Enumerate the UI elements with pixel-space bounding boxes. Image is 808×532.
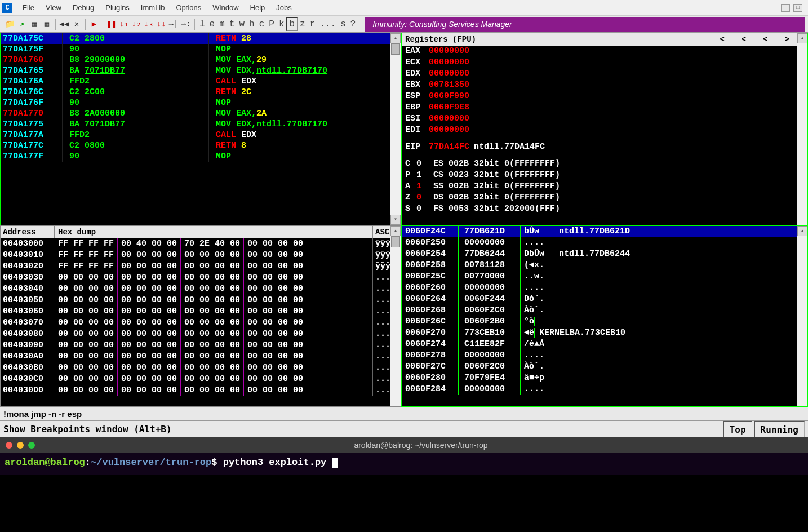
hex-row[interactable]: 0040306000 00 00 0000 00 00 0000 00 00 0… xyxy=(1,306,401,317)
stack-row[interactable]: 0060F28400000000.... xyxy=(402,384,797,395)
hex-row[interactable]: 0040305000 00 00 0000 00 00 0000 00 00 0… xyxy=(1,295,401,306)
disasm-row[interactable]: 77DA175F90NOP xyxy=(1,44,401,55)
menu-window[interactable]: Window xyxy=(207,1,244,14)
disasm-row[interactable]: 77DA176AFFD2CALL EDX xyxy=(1,76,401,87)
menu-view[interactable]: View xyxy=(40,1,67,14)
reg-nav-right[interactable]: > xyxy=(785,35,789,44)
toolbar-letter-m[interactable]: m xyxy=(217,18,227,30)
scroll-up-icon[interactable]: ▴ xyxy=(390,33,401,43)
register-row[interactable]: EBX00781350 xyxy=(402,79,797,91)
menu-plugins[interactable]: Plugins xyxy=(100,1,135,14)
hex-row[interactable]: 00403010FF FF FF FF00 00 00 0000 00 00 0… xyxy=(1,250,401,261)
register-row[interactable]: EBP0060F9E8 xyxy=(402,102,797,113)
disasm-row[interactable]: 77DA1765BA 7071DB77MOV EDX,ntdll.77DB717… xyxy=(1,65,401,76)
flag-row[interactable]: S0FS 0053 32bit 202000(FFF) xyxy=(402,203,797,215)
menu-immlib[interactable]: ImmLib xyxy=(135,1,171,14)
hex-row[interactable]: 004030B000 00 00 0000 00 00 0000 00 00 0… xyxy=(1,362,401,374)
reg-nav-left-1[interactable]: < xyxy=(720,35,724,44)
registers-scrollbar[interactable]: ▴ xyxy=(797,33,807,225)
disasm-row[interactable]: 77DA1775BA 7071DB77MOV EDX,ntdll.77DB717… xyxy=(1,119,401,130)
hex-row[interactable]: 0040307000 00 00 0000 00 00 0000 00 00 0… xyxy=(1,317,401,329)
hex-row[interactable]: 00403000FF FF FF FF00 40 00 0070 2E 40 0… xyxy=(1,238,401,250)
toolbar-letter-w[interactable]: w xyxy=(237,18,247,30)
registers-pane[interactable]: Registers (FPU) < < < > EAX00000000ECX00… xyxy=(401,33,808,225)
stack-pane[interactable]: 0060F24C77DB621DbÛwntdll.77DB621D0060F25… xyxy=(401,225,808,407)
flag-row[interactable]: C0ES 002B 32bit 0(FFFFFFFF) xyxy=(402,158,797,170)
toolbar-letter-h[interactable]: h xyxy=(247,18,257,30)
hexdump-pane[interactable]: Address Hex dump ASC 00403000FF FF FF FF… xyxy=(0,225,401,407)
register-row[interactable]: EAX00000000 xyxy=(402,46,797,57)
terminal-close-icon[interactable] xyxy=(6,442,12,449)
hex-row[interactable]: 004030C000 00 00 0000 00 00 0000 00 00 0… xyxy=(1,374,401,385)
stack-row[interactable]: 0060F25800781128(◄x. xyxy=(402,260,797,271)
step-over-icon[interactable]: ↓₂ xyxy=(131,19,142,30)
terminal-minimize-icon[interactable] xyxy=(17,442,24,449)
stack-row[interactable]: 0060F26C0060F2B0°ò xyxy=(402,316,797,327)
minimize-button[interactable]: − xyxy=(781,4,790,12)
run-icon[interactable]: ↗ xyxy=(16,19,28,30)
toolbar-letter-t[interactable]: t xyxy=(227,18,237,30)
register-eip[interactable]: EIP77DA14FCntdll.77DA14FC xyxy=(402,141,797,153)
hex-scrollbar[interactable]: ▴ xyxy=(390,226,401,406)
menu-debug[interactable]: Debug xyxy=(67,1,100,14)
toolbar-letter-...[interactable]: ... xyxy=(317,18,338,30)
scroll-down-icon[interactable]: ▾ xyxy=(390,215,401,225)
return-icon[interactable]: →: xyxy=(180,19,192,30)
stack-row[interactable]: 0060F2640060F244Dò`. xyxy=(402,294,797,305)
hex-row[interactable]: 0040308000 00 00 0000 00 00 0000 00 00 0… xyxy=(1,329,401,340)
stack-row[interactable]: 0060F25000000000.... xyxy=(402,237,797,249)
close-icon[interactable]: ✕ xyxy=(71,19,82,30)
register-row[interactable]: ESI00000000 xyxy=(402,113,797,125)
register-row[interactable]: ECX00000000 xyxy=(402,57,797,68)
stack-row[interactable]: 0060F26000000000.... xyxy=(402,282,797,294)
stack-row[interactable]: 0060F2680060F2C0Àò`. xyxy=(402,305,797,316)
toolbar-letter-c[interactable]: c xyxy=(257,18,267,30)
command-input[interactable]: !mona jmp -n -r esp xyxy=(0,407,808,420)
rewind-icon[interactable]: ◀◀ xyxy=(59,19,70,30)
hex-row[interactable]: 0040309000 00 00 0000 00 00 0000 00 00 0… xyxy=(1,340,401,351)
stack-row[interactable]: 0060F25477DB6244DbÛwntdll.77DB6244 xyxy=(402,249,797,260)
pause-icon[interactable]: ❚❚ xyxy=(106,19,117,30)
menu-file[interactable]: File xyxy=(17,1,40,14)
register-row[interactable]: ESP0060F990 xyxy=(402,91,797,102)
stack-row[interactable]: 0060F27C0060F2C0Àò`. xyxy=(402,361,797,373)
disasm-row[interactable]: 77DA176CC2 2C00RETN 2C xyxy=(1,87,401,97)
scroll-thumb[interactable] xyxy=(391,43,400,55)
open-icon[interactable]: 📁 xyxy=(4,19,15,30)
stack-row[interactable]: 0060F28070F79FE4ä■÷p xyxy=(402,373,797,384)
hex-row[interactable]: 0040304000 00 00 0000 00 00 0000 00 00 0… xyxy=(1,283,401,295)
toolbar-letter-k[interactable]: k xyxy=(277,18,287,30)
terminal-body[interactable]: aroldan@balrog:~/vulnserver/trun-rop$ py… xyxy=(0,453,808,475)
disasm-row[interactable]: 77DA177CC2 0800RETN 8 xyxy=(1,140,401,151)
menu-help[interactable]: Help xyxy=(245,1,271,14)
toolbar-letter-l[interactable]: l xyxy=(197,18,207,30)
flag-row[interactable]: Z0DS 002B 32bit 0(FFFFFFFF) xyxy=(402,192,797,203)
register-row[interactable]: EDI00000000 xyxy=(402,125,797,136)
reg-nav-left-2[interactable]: < xyxy=(742,35,746,44)
hex-row[interactable]: 004030D000 00 00 0000 00 00 0000 00 00 0… xyxy=(1,385,401,396)
stack-row[interactable]: 0060F25C00770000..w. xyxy=(402,271,797,282)
stack-row[interactable]: 0060F270773CEB10◄ëKERNELBA.773CEB10 xyxy=(402,327,797,339)
disasm-scrollbar[interactable]: ▴ ▾ xyxy=(390,33,401,225)
hex-row[interactable]: 00403020FF FF FF FF00 00 00 0000 00 00 0… xyxy=(1,261,401,272)
scroll-up-icon[interactable]: ▴ xyxy=(797,226,807,236)
menu-options[interactable]: Options xyxy=(170,1,207,14)
register-row[interactable]: EDX00000000 xyxy=(402,68,797,79)
reg-nav-left-3[interactable]: < xyxy=(763,35,767,44)
toolbar-letter-?[interactable]: ? xyxy=(348,18,358,30)
terminal-maximize-icon[interactable] xyxy=(28,442,35,449)
scroll-up-icon[interactable]: ▴ xyxy=(797,33,807,43)
scroll-thumb[interactable] xyxy=(391,236,400,247)
stack-row[interactable]: 0060F274C11EE82F/è▲Á xyxy=(402,339,797,350)
toolbar-letter-s[interactable]: s xyxy=(338,18,348,30)
goto-icon[interactable]: →| xyxy=(168,19,179,30)
disassembly-pane[interactable]: 77DA175CC2 2800RETN 2877DA175F90NOP77DA1… xyxy=(0,33,401,225)
flag-row[interactable]: P1CS 0023 32bit 0(FFFFFFFF) xyxy=(402,170,797,181)
disasm-row[interactable]: 77DA1770B8 2A000000MOV EAX,2A xyxy=(1,108,401,119)
step-into-icon[interactable]: ↓₁ xyxy=(118,19,130,30)
stack-scrollbar[interactable]: ▴ xyxy=(797,226,807,406)
restore-button[interactable]: □ xyxy=(793,4,802,12)
menu-jobs[interactable]: Jobs xyxy=(270,1,297,14)
play-icon[interactable]: ▶ xyxy=(88,19,100,30)
toolbar-letter-b[interactable]: b xyxy=(286,17,298,31)
